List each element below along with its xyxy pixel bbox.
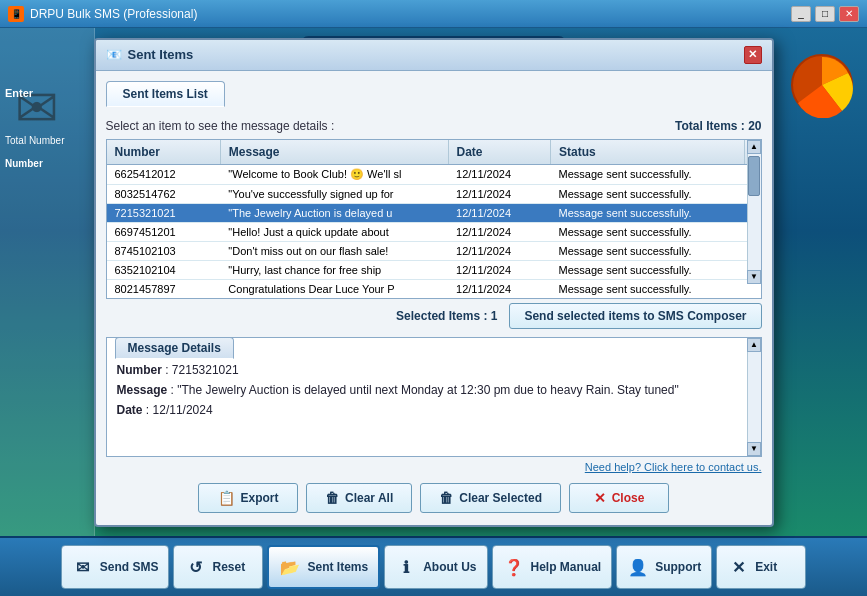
- message-details-tab[interactable]: Message Details: [115, 337, 234, 359]
- detail-date-colon: :: [146, 403, 153, 417]
- msg-scroll-down-button[interactable]: ▼: [747, 442, 761, 456]
- items-table: Number Message Date Status 6625412012"We…: [107, 140, 761, 299]
- detail-number-colon: :: [165, 363, 172, 377]
- table-row[interactable]: 8021457897Congratulations Dear Luce Your…: [107, 279, 761, 298]
- message-details-container: Message Details Number : 7215321021 Mess…: [106, 337, 762, 457]
- modal-body: Sent Items List Select an item to see th…: [96, 71, 772, 525]
- clear-all-icon: 🗑: [325, 490, 339, 506]
- send-sms-icon: ✉: [72, 556, 94, 578]
- cell-status: Message sent successfully.: [550, 279, 744, 298]
- toolbar-exit-button[interactable]: ✕Exit: [716, 545, 806, 589]
- items-table-container[interactable]: Number Message Date Status 6625412012"We…: [106, 139, 762, 299]
- cell-message: "Don't miss out on our flash sale!: [220, 241, 448, 260]
- cell-status: Message sent successfully.: [550, 203, 744, 222]
- cell-message: "Hello! Just a quick update about: [220, 222, 448, 241]
- table-scroll-up-button[interactable]: ▲: [747, 140, 761, 154]
- table-scroll-thumb[interactable]: [748, 156, 760, 196]
- table-row[interactable]: 6697451201"Hello! Just a quick update ab…: [107, 222, 761, 241]
- table-row[interactable]: 6352102104"Hurry, last chance for free s…: [107, 260, 761, 279]
- cell-status: Message sent successfully.: [550, 260, 744, 279]
- support-icon: 👤: [627, 556, 649, 578]
- cell-date: 12/11/2024: [448, 260, 550, 279]
- cell-number: 8032514762: [107, 184, 221, 203]
- help-manual-icon: ❓: [503, 556, 525, 578]
- toolbar-about-us-button[interactable]: ℹAbout Us: [384, 545, 487, 589]
- selected-info-row: Selected Items : 1 Send selected items t…: [106, 299, 762, 333]
- app-title-area: 📱 DRPU Bulk SMS (Professional): [8, 6, 197, 22]
- modal-close-x-button[interactable]: ✕: [744, 46, 762, 64]
- table-row[interactable]: 6625412012"Welcome to Book Club! 🙂 We'll…: [107, 164, 761, 184]
- sent-items-label: Sent Items: [307, 560, 368, 574]
- cell-number: 7215321021: [107, 203, 221, 222]
- reset-label: Reset: [212, 560, 245, 574]
- select-prompt: Select an item to see the message detail…: [106, 119, 335, 133]
- export-label: Export: [241, 491, 279, 505]
- window-controls[interactable]: _ □ ✕: [791, 6, 859, 22]
- col-header-message: Message: [220, 140, 448, 165]
- sent-items-icon: 📂: [279, 556, 301, 578]
- toolbar-reset-button[interactable]: ↺Reset: [173, 545, 263, 589]
- modal-overlay: 📧 Sent Items ✕ Sent Items List Select an…: [0, 28, 867, 536]
- cell-date: 12/11/2024: [448, 164, 550, 184]
- modal-tab-bar: Sent Items List: [106, 81, 762, 107]
- table-row[interactable]: 7215321021"The Jewelry Auction is delaye…: [107, 203, 761, 222]
- send-selected-button[interactable]: Send selected items to SMS Composer: [509, 303, 761, 329]
- help-link[interactable]: Need help? Click here to contact us.: [106, 457, 762, 477]
- detail-message-value: "The Jewelry Auction is delayed until ne…: [177, 383, 678, 397]
- detail-number-row: Number : 7215321021: [117, 360, 751, 380]
- exit-icon: ✕: [727, 556, 749, 578]
- reset-icon: ↺: [184, 556, 206, 578]
- cell-number: 6352102104: [107, 260, 221, 279]
- exit-label: Exit: [755, 560, 777, 574]
- detail-number-value: 7215321021: [172, 363, 239, 377]
- sent-items-list-tab[interactable]: Sent Items List: [106, 81, 225, 107]
- table-vertical-scrollbar[interactable]: ▲▼: [747, 140, 761, 284]
- close-button[interactable]: ✕ Close: [569, 483, 669, 513]
- cell-message: "You've successfully signed up for: [220, 184, 448, 203]
- app-title: DRPU Bulk SMS (Professional): [30, 7, 197, 21]
- message-details-scrollbar[interactable]: ▲ ▼: [747, 338, 761, 456]
- detail-date-value: 12/11/2024: [153, 403, 213, 417]
- clear-selected-button[interactable]: 🗑 Clear Selected: [420, 483, 561, 513]
- table-row[interactable]: 8745102103"Don't miss out on our flash s…: [107, 241, 761, 260]
- maximize-button[interactable]: □: [815, 6, 835, 22]
- clear-all-button[interactable]: 🗑 Clear All: [306, 483, 412, 513]
- window-close-button[interactable]: ✕: [839, 6, 859, 22]
- cell-date: 12/11/2024: [448, 241, 550, 260]
- toolbar-sent-items-button[interactable]: 📂Sent Items: [267, 545, 380, 589]
- close-label: Close: [612, 491, 645, 505]
- cell-number: 8745102103: [107, 241, 221, 260]
- cell-message: "The Jewelry Auction is delayed u: [220, 203, 448, 222]
- app-icon: 📱: [8, 6, 24, 22]
- col-header-status: Status: [550, 140, 744, 165]
- selected-items-label: Selected Items : 1: [396, 309, 497, 323]
- cell-status: Message sent successfully.: [550, 222, 744, 241]
- total-items: Total Items : 20: [675, 119, 761, 133]
- title-bar: 📱 DRPU Bulk SMS (Professional) _ □ ✕: [0, 0, 867, 28]
- detail-message-label: Message: [117, 383, 168, 397]
- cell-status: Message sent successfully.: [550, 164, 744, 184]
- table-scroll-down-button[interactable]: ▼: [747, 270, 761, 284]
- table-scroll-track: [748, 198, 761, 270]
- toolbar-support-button[interactable]: 👤Support: [616, 545, 712, 589]
- msg-scroll-up-button[interactable]: ▲: [747, 338, 761, 352]
- modal-title-icon: 📧: [106, 47, 122, 62]
- toolbar-help-manual-button[interactable]: ❓Help Manual: [492, 545, 613, 589]
- action-buttons: 📋 Export 🗑 Clear All 🗑 Clear Selected ✕ …: [106, 477, 762, 515]
- message-details-section: Message Details Number : 7215321021 Mess…: [106, 337, 762, 457]
- cell-message: "Hurry, last chance for free ship: [220, 260, 448, 279]
- detail-date-row: Date : 12/11/2024: [117, 400, 751, 420]
- toolbar-send-sms-button[interactable]: ✉Send SMS: [61, 545, 170, 589]
- bottom-toolbar: ✉Send SMS↺Reset📂Sent ItemsℹAbout Us❓Help…: [0, 536, 867, 596]
- cell-message: Congratulations Dear Luce Your P: [220, 279, 448, 298]
- sent-items-modal: 📧 Sent Items ✕ Sent Items List Select an…: [94, 38, 774, 527]
- table-row[interactable]: 8032514762"You've successfully signed up…: [107, 184, 761, 203]
- minimize-button[interactable]: _: [791, 6, 811, 22]
- help-manual-label: Help Manual: [531, 560, 602, 574]
- detail-message-row: Message : "The Jewelry Auction is delaye…: [117, 380, 751, 400]
- export-button[interactable]: 📋 Export: [198, 483, 298, 513]
- cell-number: 6697451201: [107, 222, 221, 241]
- about-us-label: About Us: [423, 560, 476, 574]
- export-icon: 📋: [218, 490, 235, 506]
- info-row: Select an item to see the message detail…: [106, 115, 762, 139]
